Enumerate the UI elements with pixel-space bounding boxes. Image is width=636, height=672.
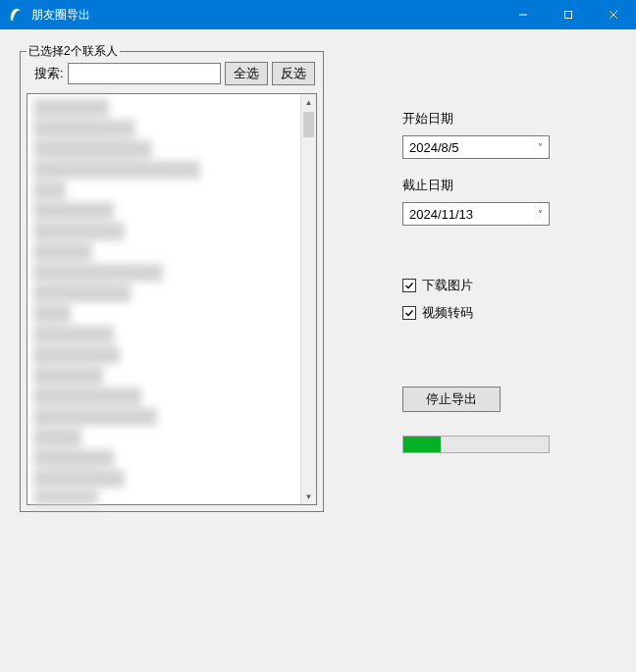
list-item[interactable] <box>33 326 114 343</box>
list-item[interactable] <box>33 491 98 504</box>
download-images-label: 下载图片 <box>422 277 473 294</box>
progress-fill <box>403 437 441 452</box>
stop-export-button[interactable]: 停止导出 <box>402 387 501 412</box>
list-item[interactable] <box>33 120 135 137</box>
list-item[interactable] <box>33 181 66 199</box>
video-transcode-checkbox[interactable]: 视频转码 <box>402 304 579 322</box>
chevron-down-icon: ˅ <box>538 142 543 153</box>
list-item[interactable] <box>33 264 163 282</box>
minimize-button[interactable] <box>501 0 546 29</box>
list-item[interactable] <box>33 449 114 467</box>
list-item[interactable] <box>33 470 125 488</box>
left-panel: 已选择2个联系人 搜索: 全选 反选 ▲ ▼ <box>20 51 324 672</box>
end-date-label: 截止日期 <box>402 177 579 194</box>
invert-selection-button[interactable]: 反选 <box>272 62 315 85</box>
list-item[interactable] <box>33 140 152 158</box>
checkbox-box <box>402 306 416 320</box>
checkbox-box <box>402 279 416 292</box>
search-row: 搜索: 全选 反选 <box>26 60 317 93</box>
video-transcode-label: 视频转码 <box>422 304 473 322</box>
list-item[interactable] <box>33 161 200 179</box>
close-button[interactable] <box>591 0 636 29</box>
list-item[interactable] <box>33 388 141 405</box>
download-images-checkbox[interactable]: 下载图片 <box>402 277 579 294</box>
list-item[interactable] <box>33 223 125 240</box>
client-area: 已选择2个联系人 搜索: 全选 反选 ▲ ▼ 开始日期 2024/8/5 ˅ <box>0 29 636 672</box>
app-icon <box>8 7 24 23</box>
scrollbar[interactable]: ▲ ▼ <box>300 94 316 504</box>
end-date-select[interactable]: 2024/11/13 ˅ <box>402 202 550 226</box>
contacts-list-content <box>27 94 300 504</box>
start-date-label: 开始日期 <box>402 110 579 128</box>
search-input[interactable] <box>68 63 221 84</box>
list-item[interactable] <box>33 305 71 323</box>
end-date-value: 2024/11/13 <box>409 207 473 222</box>
right-panel: 开始日期 2024/8/5 ˅ 截止日期 2024/11/13 ˅ 下载图片 视… <box>402 51 579 672</box>
list-item[interactable] <box>33 408 157 426</box>
progress-bar <box>402 436 550 453</box>
contacts-legend: 已选择2个联系人 <box>26 43 120 60</box>
scroll-down-arrow[interactable]: ▼ <box>301 489 316 504</box>
search-label: 搜索: <box>34 65 64 82</box>
check-icon <box>404 308 414 318</box>
window-title: 朋友圈导出 <box>29 7 501 24</box>
titlebar: 朋友圈导出 <box>0 0 636 29</box>
list-item[interactable] <box>33 284 131 302</box>
svg-rect-1 <box>565 12 572 19</box>
check-icon <box>404 281 414 290</box>
chevron-down-icon: ˅ <box>538 209 543 220</box>
scroll-up-arrow[interactable]: ▲ <box>301 94 316 110</box>
start-date-select[interactable]: 2024/8/5 ˅ <box>402 135 550 159</box>
list-item[interactable] <box>33 429 81 446</box>
select-all-button[interactable]: 全选 <box>225 62 268 85</box>
list-item[interactable] <box>33 367 103 385</box>
contacts-listbox[interactable]: ▲ ▼ <box>26 93 317 505</box>
list-item[interactable] <box>33 243 92 261</box>
list-item[interactable] <box>33 202 114 220</box>
list-item[interactable] <box>33 99 109 117</box>
start-date-value: 2024/8/5 <box>409 140 459 155</box>
contacts-fieldset: 已选择2个联系人 搜索: 全选 反选 ▲ ▼ <box>20 51 324 512</box>
maximize-button[interactable] <box>546 0 591 29</box>
scroll-thumb[interactable] <box>303 112 314 137</box>
window-controls <box>501 0 636 29</box>
list-item[interactable] <box>33 346 120 364</box>
